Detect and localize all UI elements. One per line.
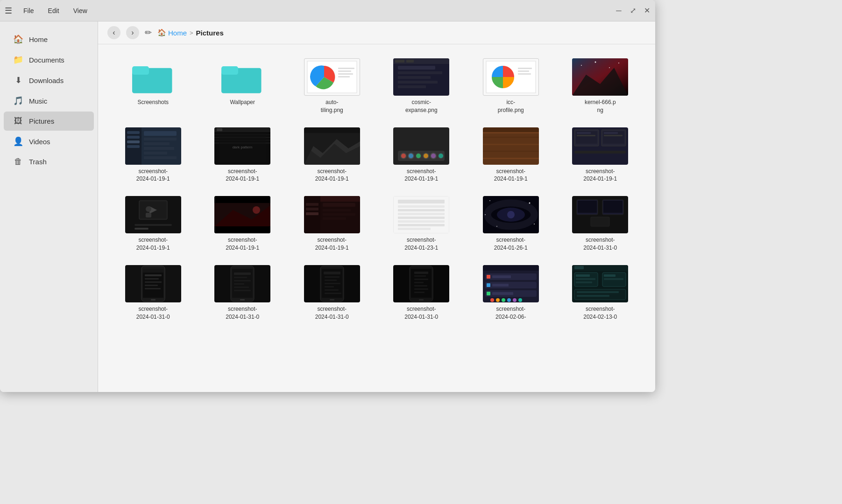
breadcrumb-home[interactable]: 🏠 Home <box>157 28 187 37</box>
minimize-button[interactable]: ─ <box>615 7 623 14</box>
close-button[interactable]: ✕ <box>643 7 651 14</box>
list-item[interactable]: screenshot-2024-01-31-0 <box>288 260 376 326</box>
window-controls: ─ ⤢ ✕ <box>615 7 651 14</box>
svg-rect-88 <box>574 151 626 154</box>
svg-point-124 <box>507 211 515 218</box>
menu-edit[interactable]: Edit <box>45 5 62 16</box>
list-item[interactable]: screenshot-2024-01-19-1 <box>467 123 555 188</box>
svg-rect-36 <box>127 136 140 139</box>
file-label: screenshot-2024-01-31-0 <box>404 305 438 321</box>
svg-rect-109 <box>323 209 351 211</box>
svg-rect-93 <box>146 213 151 217</box>
sidebar-item-music[interactable]: 🎵 Music <box>4 91 94 111</box>
svg-rect-78 <box>483 127 539 132</box>
list-item[interactable]: screenshot-2024-01-23-1 <box>378 191 466 257</box>
svg-rect-37 <box>127 140 140 143</box>
file-label: screenshot-2024-01-31-0 <box>583 236 617 252</box>
breadcrumb-separator: > <box>190 29 193 36</box>
list-item[interactable]: screenshot-2024-02-06- <box>467 260 555 326</box>
file-thumb <box>572 196 628 233</box>
file-label: screenshot-2024-01-19-1 <box>226 168 259 183</box>
file-label: Screenshots <box>137 98 169 106</box>
svg-rect-119 <box>398 224 445 226</box>
file-thumb <box>483 127 539 165</box>
svg-rect-120 <box>398 228 431 230</box>
list-item[interactable]: kernel-666.png <box>557 54 644 119</box>
svg-point-68 <box>416 154 421 158</box>
back-button[interactable]: ‹ <box>107 26 120 39</box>
file-label: screenshot-2024-01-19-1 <box>136 236 170 252</box>
svg-rect-10 <box>338 76 350 77</box>
svg-rect-144 <box>145 285 158 286</box>
hamburger-icon[interactable]: ☰ <box>5 6 12 16</box>
svg-rect-108 <box>323 203 355 207</box>
list-item[interactable]: dark pattern screenshot-2024-01-19-1 <box>199 123 287 188</box>
svg-point-128 <box>534 224 535 224</box>
main-layout: 🏠 Home 📁 Documents ⬇ Downloads 🎵 Music 🖼… <box>0 21 655 392</box>
list-item[interactable]: Screenshots <box>109 54 197 119</box>
list-item[interactable]: auto-tiling.png <box>288 54 376 119</box>
svg-rect-110 <box>323 213 355 216</box>
svg-rect-142 <box>145 278 159 280</box>
sidebar-item-videos[interactable]: 👤 Videos <box>4 132 94 151</box>
svg-point-70 <box>431 154 436 158</box>
svg-rect-13 <box>395 60 404 63</box>
svg-point-29 <box>581 65 582 66</box>
edit-path-icon[interactable]: ✏ <box>145 28 152 38</box>
svg-rect-184 <box>487 283 490 287</box>
list-item[interactable]: screenshot-2024-01-26-1 <box>467 191 555 257</box>
list-item[interactable]: screenshot-2024-01-31-0 <box>199 260 287 326</box>
svg-point-192 <box>507 298 511 302</box>
titlebar-menu: ☰ File Edit View <box>5 5 90 16</box>
svg-point-31 <box>609 67 610 68</box>
maximize-button[interactable]: ⤢ <box>629 7 637 14</box>
sidebar-item-documents[interactable]: 📁 Documents <box>4 50 94 70</box>
menu-file[interactable]: File <box>21 5 37 16</box>
file-thumb <box>483 58 539 96</box>
breadcrumb-current: Pictures <box>196 29 224 37</box>
svg-rect-114 <box>398 205 445 208</box>
folder-thumb <box>219 58 266 96</box>
list-item[interactable]: icc-profile.png <box>467 54 555 119</box>
sidebar-item-home[interactable]: 🏠 Home <box>4 29 94 49</box>
list-item[interactable]: screenshot-2024-01-19-1 <box>288 123 376 188</box>
list-item[interactable]: screenshot-2024-01-31-0 <box>557 191 644 257</box>
list-item[interactable]: screenshot-2024-01-31-0 <box>109 260 197 326</box>
svg-rect-117 <box>398 217 445 219</box>
svg-rect-24 <box>518 70 529 72</box>
svg-rect-15 <box>398 66 435 70</box>
videos-icon: 👤 <box>13 136 23 147</box>
sidebar-label-downloads: Downloads <box>29 77 64 84</box>
list-item[interactable]: screenshot-2024-01-19-1 <box>199 191 287 257</box>
list-item[interactable]: screenshot-2024-01-19-1 <box>557 123 644 188</box>
svg-rect-86 <box>604 132 618 134</box>
sidebar-item-downloads[interactable]: ⬇ Downloads <box>4 70 94 90</box>
list-item[interactable]: screenshot-2024-01-19-1 <box>288 191 376 257</box>
svg-rect-85 <box>577 135 595 136</box>
svg-rect-42 <box>144 147 174 150</box>
svg-point-190 <box>496 298 500 302</box>
forward-button[interactable]: › <box>126 26 139 39</box>
svg-rect-173 <box>414 279 428 280</box>
file-thumb <box>304 196 360 233</box>
list-item[interactable]: screenshot-2024-01-19-1 <box>109 123 197 188</box>
sidebar-item-trash[interactable]: 🗑 Trash <box>4 152 94 171</box>
sidebar-item-pictures[interactable]: 🖼 Pictures <box>4 112 94 131</box>
svg-rect-143 <box>145 281 162 283</box>
file-thumb <box>483 265 539 302</box>
svg-rect-205 <box>574 289 626 300</box>
list-item[interactable]: screenshot-2024-02-13-0 <box>557 260 644 326</box>
svg-point-127 <box>496 226 497 227</box>
file-label: auto-tiling.png <box>321 98 343 114</box>
menu-view[interactable]: View <box>71 5 90 16</box>
list-item[interactable]: Wallpaper <box>199 54 287 119</box>
svg-rect-41 <box>144 142 170 145</box>
list-item[interactable]: screenshot-2024-01-19-1 <box>109 191 197 257</box>
svg-rect-97 <box>214 196 270 203</box>
list-item[interactable]: cosmic-expanse.png <box>378 54 466 119</box>
svg-rect-111 <box>323 217 346 220</box>
svg-rect-14 <box>406 60 414 63</box>
list-item[interactable]: screenshot-2024-01-19-1 <box>378 123 466 188</box>
svg-rect-105 <box>306 203 318 206</box>
list-item[interactable]: screenshot-2024-01-31-0 <box>378 260 466 326</box>
